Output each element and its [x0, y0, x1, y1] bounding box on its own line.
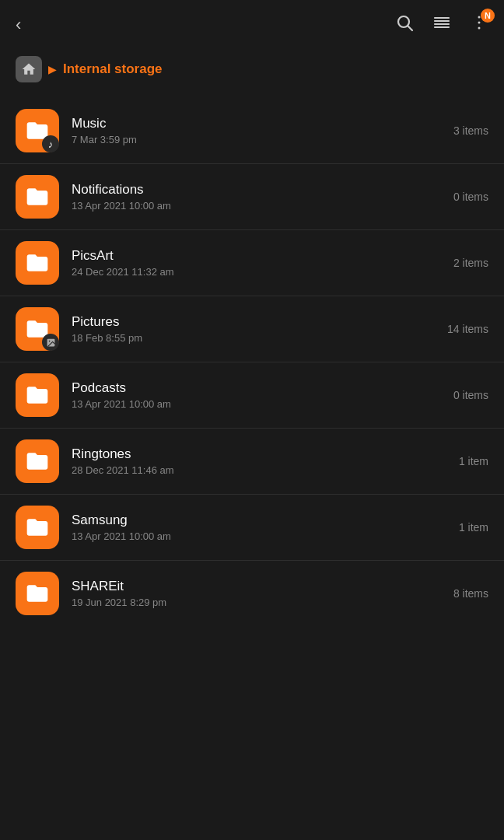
list-view-button[interactable]: [432, 13, 451, 37]
folder-info: Music 7 Mar 3:59 pm: [72, 116, 434, 145]
folder-item[interactable]: Ringtones 28 Dec 2021 11:46 am 1 item: [0, 429, 504, 495]
folder-icon: [16, 439, 59, 483]
folder-date: 13 Apr 2021 10:00 am: [72, 530, 434, 542]
folder-info: Ringtones 28 Dec 2021 11:46 am: [72, 446, 434, 476]
svg-point-6: [478, 16, 481, 19]
folder-date: 19 Jun 2021 8:29 pm: [72, 597, 434, 608]
folder-info: Podcasts 13 Apr 2021 10:00 am: [72, 380, 434, 410]
folder-count: 3 items: [434, 124, 488, 137]
folder-type-badge: ♪: [42, 135, 59, 152]
folder-icon-wrapper: [16, 241, 59, 285]
folder-info: Pictures 18 Feb 8:55 pm: [72, 314, 434, 344]
svg-line-1: [408, 26, 413, 31]
svg-point-8: [478, 27, 481, 30]
folder-icon-wrapper: [16, 307, 59, 351]
folder-icon: [16, 572, 59, 615]
folder-count: 14 items: [434, 323, 488, 335]
folder-type-badge: [42, 334, 59, 351]
folder-count: 0 items: [434, 389, 488, 401]
folder-name: Notifications: [72, 182, 434, 198]
folder-item[interactable]: Notifications 13 Apr 2021 10:00 am 0 ite…: [0, 164, 504, 230]
folder-date: 13 Apr 2021 10:00 am: [72, 398, 434, 410]
folder-info: PicsArt 24 Dec 2021 11:32 am: [72, 248, 434, 278]
folder-name: Pictures: [72, 314, 434, 330]
folder-icon-wrapper: [16, 373, 59, 417]
search-button[interactable]: [395, 13, 414, 37]
back-button[interactable]: ‹: [16, 15, 21, 35]
folder-date: 13 Apr 2021 10:00 am: [72, 200, 434, 212]
folder-name: Samsung: [72, 513, 434, 528]
folder-item[interactable]: Pictures 18 Feb 8:55 pm 14 items: [0, 296, 504, 362]
more-options-button[interactable]: N: [470, 13, 488, 37]
folder-info: SHAREit 19 Jun 2021 8:29 pm: [72, 579, 434, 608]
folder-name: PicsArt: [72, 248, 434, 264]
breadcrumb-label: Internal storage: [63, 61, 163, 77]
top-bar: ‹ N: [0, 0, 504, 50]
breadcrumb-arrow: ▶: [48, 63, 57, 75]
folder-info: Samsung 13 Apr 2021 10:00 am: [72, 513, 434, 542]
svg-point-7: [478, 22, 481, 24]
folder-count: 8 items: [434, 587, 488, 600]
folder-item[interactable]: PicsArt 24 Dec 2021 11:32 am 2 items: [0, 230, 504, 296]
folder-count: 1 item: [434, 455, 488, 467]
folder-icon-wrapper: [16, 572, 59, 615]
folder-date: 7 Mar 3:59 pm: [72, 134, 434, 145]
folder-name: Music: [72, 116, 434, 131]
folder-item[interactable]: Podcasts 13 Apr 2021 10:00 am 0 items: [0, 362, 504, 429]
svg-point-10: [48, 340, 50, 341]
folder-date: 24 Dec 2021 11:32 am: [72, 266, 434, 278]
folder-item[interactable]: SHAREit 19 Jun 2021 8:29 pm 8 items: [0, 561, 504, 626]
folder-item[interactable]: ♪ Music 7 Mar 3:59 pm 3 items: [0, 98, 504, 164]
folder-icon-wrapper: [16, 439, 59, 483]
folder-icon-wrapper: ♪: [16, 109, 59, 152]
folder-name: Ringtones: [72, 446, 434, 462]
folder-name: SHAREit: [72, 579, 434, 594]
folder-item[interactable]: Samsung 13 Apr 2021 10:00 am 1 item: [0, 495, 504, 561]
folder-icon-wrapper: [16, 506, 59, 549]
folder-icon: [16, 373, 59, 417]
folder-count: 1 item: [434, 521, 488, 534]
folder-count: 0 items: [434, 191, 488, 203]
folder-icon: [16, 241, 59, 285]
folder-list: ♪ Music 7 Mar 3:59 pm 3 items Notificati…: [0, 98, 504, 626]
folder-date: 18 Feb 8:55 pm: [72, 332, 434, 344]
folder-icon: [16, 175, 59, 219]
folder-count: 2 items: [434, 257, 488, 269]
folder-info: Notifications 13 Apr 2021 10:00 am: [72, 182, 434, 212]
breadcrumb: ▶ Internal storage: [0, 50, 504, 98]
home-icon[interactable]: [16, 56, 42, 82]
folder-name: Podcasts: [72, 380, 434, 396]
folder-icon-wrapper: [16, 175, 59, 219]
notification-badge: N: [481, 9, 495, 23]
folder-icon: [16, 506, 59, 549]
folder-date: 28 Dec 2021 11:46 am: [72, 464, 434, 476]
